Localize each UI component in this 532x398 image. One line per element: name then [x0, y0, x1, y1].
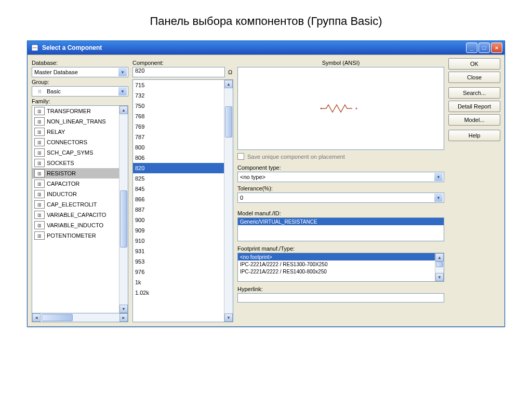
family-item[interactable]: ▥CAP_ELECTROLIT [32, 199, 119, 210]
component-family-icon: ▥ [34, 138, 45, 146]
titlebar: Select a Component _ □ × [28, 41, 504, 54]
family-item[interactable]: ▥CAPACITOR [32, 179, 119, 189]
save-unique-checkbox[interactable] [237, 153, 244, 160]
component-item[interactable]: 768 [133, 111, 224, 121]
component-item[interactable]: 931 [133, 246, 224, 256]
footprint-item[interactable]: IPC-2221A/2222 / RES1400-800x250 [238, 268, 435, 275]
component-type-value: <no type> [240, 174, 434, 180]
component-item[interactable]: 866 [133, 194, 224, 204]
scrollbar-vertical[interactable]: ▲ ▼ [435, 253, 444, 281]
scroll-down-icon[interactable]: ▼ [224, 313, 233, 322]
scroll-left-icon[interactable]: ◄ [32, 313, 41, 322]
scroll-right-icon[interactable]: ► [119, 313, 128, 322]
scroll-up-icon[interactable]: ▲ [119, 106, 128, 114]
chevron-down-icon: ▼ [118, 87, 127, 95]
help-button[interactable]: Help [448, 130, 500, 141]
component-family-icon: ▥ [34, 169, 45, 177]
component-input[interactable]: 820 [132, 67, 225, 77]
component-item[interactable]: 825 [133, 173, 224, 184]
symbol-preview [237, 67, 444, 150]
tolerance-dropdown[interactable]: 0 ▼ [237, 193, 444, 203]
component-item[interactable]: 887 [133, 204, 224, 215]
family-item[interactable]: ▥CONNECTORS [32, 137, 119, 147]
family-item[interactable]: ▥TRANSFORMER [32, 106, 119, 116]
family-item-label: VARIABLE_INDUCTO [47, 222, 103, 228]
component-item[interactable]: 715 [133, 80, 224, 90]
component-item[interactable]: 900 [133, 215, 224, 225]
component-label: Component: [132, 60, 233, 66]
scroll-down-icon[interactable]: ▼ [119, 305, 128, 313]
family-item-label: POTENTIOMETER [47, 232, 96, 239]
component-family-icon: ▥ [34, 159, 45, 167]
family-listbox[interactable]: ▥TRANSFORMER▥NON_LINEAR_TRANS▥RELAY▥CONN… [32, 105, 128, 313]
component-item[interactable]: 800 [133, 142, 224, 153]
group-dropdown[interactable]: ᛞ Basic ▼ [32, 86, 128, 97]
footprint-item[interactable]: <no footprint> [238, 253, 435, 260]
family-item-label: TRANSFORMER [47, 108, 91, 114]
family-item-label: CAP_ELECTROLIT [47, 201, 97, 208]
family-item[interactable]: ▥POTENTIOMETER [32, 230, 119, 241]
window-title: Select a Component [42, 44, 102, 51]
app-icon [31, 44, 39, 52]
close-dialog-button[interactable]: Close [448, 72, 500, 83]
component-item[interactable]: 732 [133, 90, 224, 101]
component-item[interactable]: 976 [133, 267, 224, 277]
model-button[interactable]: Model... [448, 114, 500, 126]
scroll-up-icon[interactable]: ▲ [435, 253, 444, 262]
family-item[interactable]: ▥VARIABLE_INDUCTO [32, 220, 119, 230]
component-item[interactable]: 909 [133, 225, 224, 236]
model-item[interactable]: Generic/VIRTUAL_RESISTANCE [238, 218, 444, 225]
component-type-dropdown[interactable]: <no type> ▼ [237, 172, 444, 182]
family-label: Family: [32, 98, 128, 104]
component-item[interactable]: 845 [133, 184, 224, 194]
family-item[interactable]: ▥VARIABLE_CAPACITO [32, 210, 119, 220]
model-label: Model manuf./ID: [237, 210, 444, 216]
component-family-icon: ▥ [34, 200, 45, 209]
component-item[interactable]: 787 [133, 132, 224, 142]
model-listbox[interactable]: Generic/VIRTUAL_RESISTANCE [237, 217, 444, 241]
footprint-item[interactable]: IPC-2221A/2222 / RES1300-700X250 [238, 260, 435, 268]
scrollbar-horizontal[interactable]: ◄ ► [32, 313, 128, 322]
family-item[interactable]: ▥RESISTOR [32, 168, 119, 179]
component-item[interactable]: 953 [133, 256, 224, 267]
family-item[interactable]: ▥INDUCTOR [32, 189, 119, 199]
family-item-label: RESISTOR [47, 170, 76, 176]
maximize-button[interactable]: □ [478, 43, 490, 53]
group-icon: ᛞ [34, 87, 45, 95]
component-item[interactable]: 820 [133, 163, 224, 173]
family-item[interactable]: ▥RELAY [32, 127, 119, 137]
hyperlink-field[interactable] [237, 293, 444, 303]
database-dropdown[interactable]: Master Database ▼ [32, 67, 128, 77]
scroll-up-icon[interactable]: ▲ [224, 80, 233, 88]
component-item[interactable]: 1k [133, 277, 224, 287]
family-item[interactable]: ▥SOCKETS [32, 158, 119, 168]
ok-button[interactable]: OK [448, 58, 500, 70]
component-item[interactable]: 910 [133, 236, 224, 246]
component-item[interactable]: 750 [133, 101, 224, 111]
database-label: Database: [32, 60, 128, 66]
family-item[interactable]: ▥NON_LINEAR_TRANS [32, 116, 119, 127]
scrollbar-vertical[interactable]: ▲ ▼ [119, 106, 128, 313]
component-item[interactable]: 769 [133, 121, 224, 132]
footprint-label: Footprint manuf./Type: [237, 245, 444, 252]
close-button[interactable]: × [491, 43, 502, 53]
hyperlink-label: Hyperlink: [237, 286, 444, 292]
footprint-listbox[interactable]: <no footprint>IPC-2221A/2222 / RES1300-7… [237, 253, 444, 282]
tolerance-value: 0 [240, 195, 434, 201]
scrollbar-vertical[interactable]: ▲ ▼ [224, 80, 233, 322]
save-unique-label: Save unique component on placement [247, 154, 345, 160]
group-value: Basic [47, 88, 118, 94]
component-family-icon: ▥ [34, 117, 45, 126]
family-item-label: SCH_CAP_SYMS [47, 149, 93, 156]
scroll-down-icon[interactable]: ▼ [435, 273, 444, 281]
component-item[interactable]: 1.02k [133, 287, 224, 298]
component-listbox[interactable]: 7157327507687697878008068208258458668879… [132, 79, 233, 322]
svg-point-2 [356, 108, 357, 109]
resistor-symbol-icon [320, 102, 362, 115]
component-item[interactable]: 806 [133, 153, 224, 163]
minimize-button[interactable]: _ [466, 43, 477, 53]
search-button[interactable]: Search... [448, 87, 500, 99]
component-family-icon: ▥ [34, 107, 45, 115]
family-item[interactable]: ▥SCH_CAP_SYMS [32, 147, 119, 158]
detail-report-button[interactable]: Detail Report [448, 101, 500, 112]
